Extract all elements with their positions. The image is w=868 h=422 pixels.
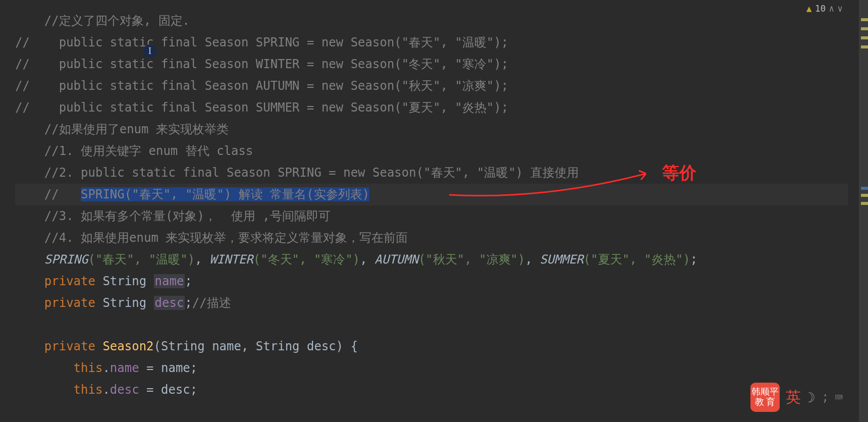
inspection-widget[interactable]: ▲ 10 ∧ ∨ <box>806 3 843 14</box>
comment: //3. 如果有多个常量(对象)， 使用 ,号间隔即可 <box>15 209 331 223</box>
keyword: this <box>74 361 103 375</box>
enum-constant: AUTUMN <box>374 252 418 267</box>
field: name <box>154 274 185 288</box>
string: ("冬天", "寒冷") <box>253 252 360 267</box>
code-editor[interactable]: //定义了四个对象, 固定. // public static final Se… <box>0 0 868 422</box>
code-line: //4. 如果使用enum 来实现枚举，要求将定义常量对象，写在前面 <box>15 227 848 249</box>
enum-constant: SUMMER <box>539 252 583 267</box>
code-line: //定义了四个对象, 固定. <box>15 10 848 32</box>
scrollbar-mark[interactable] <box>861 202 868 205</box>
comment: public static final Season SUMMER = new … <box>59 100 509 115</box>
field: name <box>110 361 139 375</box>
scrollbar-mark[interactable] <box>861 45 868 48</box>
type: String <box>102 274 153 288</box>
separator: ; <box>822 390 829 404</box>
ime-indicator[interactable]: 英 <box>786 387 801 408</box>
code-line: // public static final Season SPRING = n… <box>15 32 848 54</box>
code-line-selected: // SPRING("春天", "温暖") 解读 常量名(实参列表) <box>15 184 848 205</box>
enum-constant: WINTER <box>209 252 253 267</box>
code-line: //2. public static final Season SPRING =… <box>15 162 848 184</box>
badge-line2: 教 育 <box>755 397 776 407</box>
comment: //如果使用了enum 来实现枚举类 <box>15 122 229 136</box>
comment: //描述 <box>192 296 231 310</box>
keyword: private <box>44 274 103 288</box>
next-warning-button[interactable]: ∨ <box>837 3 843 14</box>
code-line: this.desc = desc; <box>15 379 848 401</box>
comment: // <box>15 79 59 93</box>
code-line: private String name; <box>15 271 848 292</box>
signature: (String name, String desc) { <box>154 339 358 353</box>
code-area[interactable]: //定义了四个对象, 固定. // public static final Se… <box>15 0 848 422</box>
constructor: Season2 <box>102 339 153 353</box>
code-line: //如果使用了enum 来实现枚举类 <box>15 119 848 140</box>
string: ("秋天", "凉爽") <box>418 252 525 267</box>
string: ("春天", "温暖") <box>88 252 195 267</box>
comment: // <box>15 35 59 49</box>
code-line: // public static final Season AUTUMN = n… <box>15 75 848 97</box>
comment: public static final Season AUTUMN = new … <box>59 79 509 93</box>
code-line: SPRING("春天", "温暖"), WINTER("冬天", "寒冷"), … <box>15 249 848 271</box>
scrollbar-mark[interactable] <box>861 18 868 21</box>
code-line: private String desc;//描述 <box>15 292 848 314</box>
scrollbar[interactable] <box>859 0 868 422</box>
code-line <box>15 314 848 336</box>
warning-icon: ▲ <box>806 3 812 14</box>
prev-warning-button[interactable]: ∧ <box>829 3 834 14</box>
scrollbar-mark[interactable] <box>861 36 868 39</box>
string: ("夏天", "炎热") <box>583 252 690 267</box>
type: String <box>102 296 153 310</box>
keyword: private <box>44 296 103 310</box>
code-line: // public static final Season SUMMER = n… <box>15 97 848 119</box>
channel-badge: 韩顺平 教 育 <box>750 383 780 412</box>
warning-count: 10 <box>815 3 826 14</box>
moon-icon[interactable]: ☽ <box>807 389 816 406</box>
annotation-text: 等价 <box>662 162 696 185</box>
keyword: private <box>44 339 103 353</box>
scrollbar-mark[interactable] <box>861 194 868 197</box>
code-line: this.name = name; <box>15 357 848 379</box>
badge-line1: 韩顺平 <box>751 387 779 397</box>
status-widgets: 韩顺平 教 育 英 ☽ ; ⌨ <box>750 383 843 412</box>
comment: //2. public static final Season SPRING =… <box>15 166 579 180</box>
field: desc <box>110 383 139 397</box>
code-line: private Season2(String name, String desc… <box>15 336 848 357</box>
field: desc <box>154 296 185 310</box>
comment: // <box>15 57 59 71</box>
code-line: // public static final Season WINTER = n… <box>15 54 848 75</box>
comment: public static final Season WINTER = new … <box>59 57 509 71</box>
enum-constant: SPRING <box>44 252 88 267</box>
comment: // <box>15 187 81 201</box>
keyword: this <box>74 383 103 397</box>
comment: //1. 使用关键字 enum 替代 class <box>15 144 253 158</box>
comment-selected: SPRING("春天", "温暖") 解读 常量名(实参列表) <box>81 187 369 201</box>
scrollbar-mark-caret[interactable] <box>861 187 868 190</box>
code-line: //1. 使用关键字 enum 替代 class <box>15 140 848 162</box>
keyboard-icon[interactable]: ⌨ <box>835 390 843 405</box>
comment: //定义了四个对象, 固定. <box>15 14 190 28</box>
gutter <box>0 0 15 422</box>
comment: // <box>15 100 59 115</box>
comment: public static final Season SPRING = new … <box>59 35 509 49</box>
comment: //4. 如果使用enum 来实现枚举，要求将定义常量对象，写在前面 <box>15 231 408 245</box>
code-line: //3. 如果有多个常量(对象)， 使用 ,号间隔即可 <box>15 205 848 227</box>
scrollbar-mark[interactable] <box>861 27 868 30</box>
